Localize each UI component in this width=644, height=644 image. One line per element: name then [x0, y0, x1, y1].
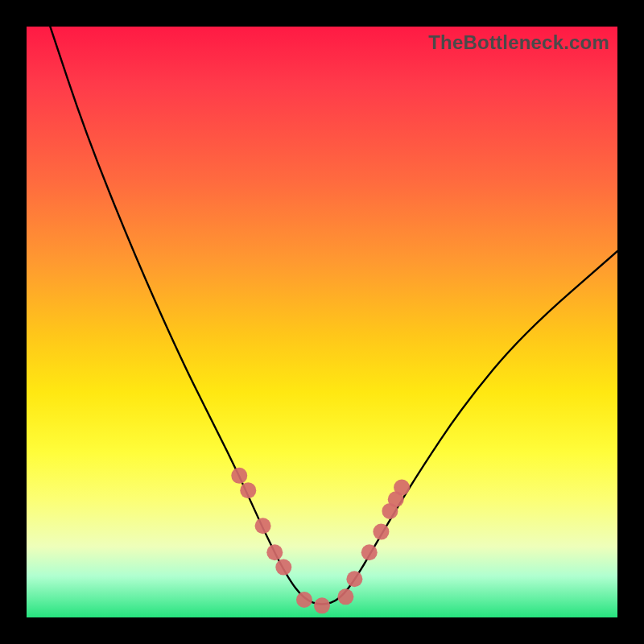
chart-frame: TheBottleneck.com: [0, 0, 644, 644]
scatter-dot: [275, 559, 291, 576]
scatter-dot: [346, 571, 362, 587]
scatter-dot: [361, 544, 378, 560]
scatter-dot: [394, 480, 410, 496]
scatter-dot: [337, 588, 353, 605]
bottleneck-curve: [50, 27, 617, 604]
plot-area: TheBottleneck.com: [27, 27, 617, 617]
scatter-dot: [373, 524, 389, 540]
scatter-dot: [266, 544, 283, 560]
scatter-dot: [255, 518, 271, 534]
scatter-dots: [231, 468, 410, 613]
scatter-dot: [296, 592, 312, 608]
curve-overlay: [27, 27, 617, 617]
scatter-dot: [314, 597, 330, 613]
scatter-dot: [231, 468, 247, 484]
scatter-dot: [240, 482, 256, 498]
